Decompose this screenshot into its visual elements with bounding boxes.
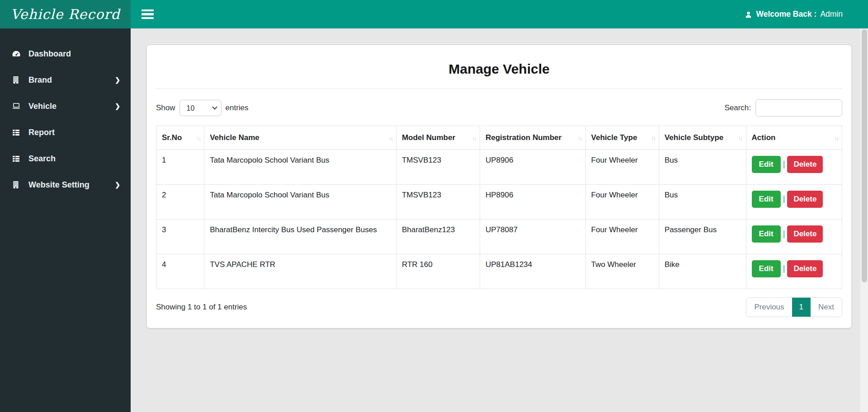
building-icon (11, 75, 23, 84)
cell-registration-number: UP78087 (480, 220, 586, 254)
table-info: Showing 1 to 1 of 1 entries (156, 303, 247, 312)
cell-vehicle-name: Tata Marcopolo School Variant Bus (204, 150, 396, 185)
chevron-right-icon: ❯ (115, 181, 120, 188)
edit-button[interactable]: Edit (752, 260, 781, 277)
action-separator: | (783, 229, 785, 238)
sidebar-item-label: Search (28, 154, 56, 164)
sort-icon: ↑↓ (196, 135, 200, 141)
search-label: Search: (724, 103, 751, 112)
cell-sr-no: 4 (156, 254, 204, 289)
table-footer: Showing 1 to 1 of 1 entries Previous 1 N… (156, 297, 842, 317)
cell-vehicle-type: Four Wheeler (585, 150, 659, 185)
delete-button[interactable]: Delete (787, 260, 823, 277)
delete-button[interactable]: Delete (787, 156, 823, 173)
sidebar-item-report[interactable]: Report ❯ (0, 119, 131, 145)
column-header-label: Vehicle Type (591, 133, 637, 142)
table-row: 4 TVS APACHE RTR RTR 160 UP81AB1234 Two … (156, 254, 842, 289)
scrollbar-thumb[interactable] (862, 29, 867, 282)
app-logo-text: Vehicle Record (10, 6, 120, 22)
delete-button[interactable]: Delete (787, 225, 823, 243)
sidebar-item-label: Brand (28, 75, 52, 85)
pagination: Previous 1 Next (746, 297, 842, 317)
cell-vehicle-name: TVS APACHE RTR (204, 254, 396, 289)
search-input[interactable] (755, 99, 842, 117)
entries-label: entries (226, 103, 249, 112)
show-label: Show (156, 103, 175, 112)
menu-toggle-button[interactable] (137, 3, 158, 26)
cell-registration-number: HP8906 (480, 185, 586, 220)
column-header-label: Sr.No (162, 133, 182, 142)
sidebar: Dashboard ❯ Brand ❯ Vehicle ❯ Report ❯ S… (0, 28, 131, 412)
entries-select[interactable]: 10 (179, 100, 222, 116)
table-controls: Show 10 entries Search: (156, 99, 842, 117)
cell-sr-no: 1 (156, 150, 204, 185)
bars-icon (142, 9, 154, 19)
column-header-label: Model Number (402, 133, 455, 142)
column-header-vehicle-type[interactable]: Vehicle Type ↑↓ (585, 126, 659, 150)
column-header-label: Vehicle Subtype (665, 133, 723, 142)
edit-button[interactable]: Edit (752, 156, 781, 173)
page-title: Manage Vehicle (156, 61, 842, 77)
welcome-user: Admin (820, 9, 843, 19)
column-header-registration-number[interactable]: Registration Number ↑↓ (480, 126, 586, 150)
edit-button[interactable]: Edit (752, 225, 781, 243)
column-header-action[interactable]: Action ↑↓ (746, 126, 842, 150)
action-separator: | (783, 264, 785, 273)
cell-model-number: RTR 160 (396, 254, 480, 289)
sidebar-item-brand[interactable]: Brand ❯ (0, 67, 131, 93)
scrollbar-track[interactable] (860, 28, 868, 412)
top-header: Vehicle Record Welcome Back : Admin (0, 0, 868, 28)
list-icon (11, 154, 23, 164)
welcome-prefix: Welcome Back : (756, 9, 816, 19)
sidebar-item-vehicle[interactable]: Vehicle ❯ (0, 93, 131, 119)
column-header-vehicle-subtype[interactable]: Vehicle Subtype ↑↓ (659, 126, 746, 150)
list-icon (11, 128, 23, 137)
cell-vehicle-name: Tata Marcopolo School Variant Bus (204, 185, 396, 220)
cell-vehicle-type: Two Wheeler (585, 254, 659, 289)
cell-model-number: BharatBenz123 (396, 220, 480, 254)
column-header-label: Action (752, 133, 776, 142)
header-bar: Welcome Back : Admin (131, 0, 868, 28)
manage-vehicle-card: Manage Vehicle Show 10 entries Search: S… (147, 45, 851, 328)
action-separator: | (783, 159, 785, 169)
welcome-text: Welcome Back : Admin (745, 9, 843, 19)
vehicles-table: Sr.No ↑↓ Vehicle Name ↑↓ Model Number ↑↓… (156, 126, 842, 289)
delete-button[interactable]: Delete (787, 191, 823, 208)
column-header-label: Registration Number (486, 133, 561, 142)
column-header-model-number[interactable]: Model Number ↑↓ (396, 126, 480, 150)
sidebar-item-search[interactable]: Search ❯ (0, 145, 131, 172)
cell-action: Edit|Delete (746, 254, 842, 289)
edit-button[interactable]: Edit (752, 191, 781, 208)
building-icon (11, 180, 23, 189)
sidebar-item-website-setting[interactable]: Website Setting ❯ (0, 172, 131, 198)
chevron-right-icon: ❯ (115, 76, 120, 84)
pagination-next[interactable]: Next (811, 298, 842, 317)
pagination-page-1[interactable]: 1 (792, 298, 811, 317)
pagination-previous[interactable]: Previous (746, 298, 792, 317)
sidebar-item-dashboard[interactable]: Dashboard ❯ (0, 41, 131, 67)
title-divider (156, 89, 842, 89)
table-row: 1 Tata Marcopolo School Variant Bus TMSV… (156, 150, 842, 185)
column-header-sr-no[interactable]: Sr.No ↑↓ (156, 126, 204, 150)
dashboard-gauge-icon (11, 49, 23, 59)
column-header-vehicle-name[interactable]: Vehicle Name ↑↓ (204, 126, 396, 150)
chevron-right-icon: ❯ (115, 103, 120, 110)
sort-icon: ↑↓ (738, 135, 742, 141)
sort-icon: ↑↓ (578, 135, 582, 141)
sort-icon: ↑↓ (834, 135, 838, 141)
cell-vehicle-type: Four Wheeler (585, 220, 659, 254)
app-logo[interactable]: Vehicle Record (0, 0, 131, 28)
cell-vehicle-subtype: Bus (659, 185, 746, 220)
sidebar-item-label: Website Setting (28, 180, 90, 190)
length-control: Show 10 entries (156, 100, 249, 116)
table-row: 2 Tata Marcopolo School Variant Bus TMSV… (156, 185, 842, 220)
table-row: 3 BharatBenz Intercity Bus Used Passenge… (156, 220, 842, 254)
cell-model-number: TMSVB123 (396, 150, 480, 185)
table-header-row: Sr.No ↑↓ Vehicle Name ↑↓ Model Number ↑↓… (156, 126, 842, 150)
sort-icon: ↑↓ (651, 135, 655, 141)
cell-action: Edit|Delete (746, 150, 842, 185)
sidebar-item-label: Dashboard (28, 49, 71, 59)
cell-sr-no: 3 (156, 220, 204, 254)
sidebar-item-label: Report (28, 128, 55, 137)
cell-vehicle-type: Four Wheeler (585, 185, 659, 220)
